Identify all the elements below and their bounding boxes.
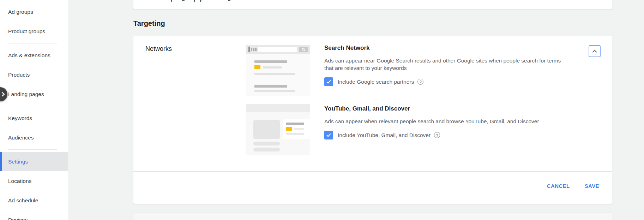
sidebar-item-ad-groups[interactable]: Ad groups: [0, 2, 68, 22]
sidebar-item-ad-schedule[interactable]: Ad schedule: [0, 191, 68, 210]
sidebar-item-landing-pages[interactable]: Landing pages: [0, 84, 68, 104]
sidebar-divider: [8, 106, 57, 106]
mock-text-bar: [254, 73, 295, 75]
mock-text-bar: [254, 85, 287, 88]
checkmark-icon: [326, 132, 332, 138]
cancel-button[interactable]: CANCEL: [542, 179, 575, 192]
save-button[interactable]: SAVE: [580, 179, 604, 192]
sidebar-item-settings[interactable]: Settings: [0, 152, 68, 171]
main-content: Targeting Networks: [68, 0, 644, 220]
mock-ad-badge: [286, 127, 292, 131]
mock-text-bar: [294, 128, 304, 130]
mock-text-pill: [253, 142, 280, 145]
clipped-text-fragment: [194, 0, 195, 2]
search-network-section: Search Network Ads can appear near Googl…: [324, 44, 578, 86]
sidebar-item-keywords[interactable]: Keywords: [0, 108, 68, 128]
youtube-gmail-discover-title: YouTube, Gmail, and Discover: [324, 105, 578, 112]
sidebar-divider: [8, 149, 57, 150]
card-footer: CANCEL SAVE: [542, 179, 604, 192]
clipped-text-fragment: [182, 0, 185, 1]
sidebar-item-label: Audiences: [8, 135, 34, 141]
mock-ad-badge: [254, 65, 260, 69]
youtube-gmail-discover-description: Ads can appear when relevant people sear…: [324, 118, 571, 125]
help-icon[interactable]: ?: [417, 79, 423, 85]
mock-ad-card: [283, 119, 310, 139]
networks-card-label: Networks: [145, 45, 172, 53]
sidebar-nav: Ad groups Product groups Ads & extension…: [0, 0, 68, 220]
sidebar-item-label: Ad schedule: [8, 197, 38, 204]
search-network-illustration: [246, 45, 310, 96]
clipped-text-fragment: [200, 0, 201, 2]
youtube-gmail-discover-illustration: [246, 104, 310, 155]
youtube-gmail-discover-section: YouTube, Gmail, and Discover Ads can app…: [324, 105, 578, 139]
sidebar-divider: [8, 43, 57, 43]
page-title: Targeting: [133, 19, 165, 28]
search-network-description: Ads can appear near Google Search result…: [324, 57, 571, 72]
sidebar-item-label: Ad groups: [8, 9, 33, 15]
sidebar-item-label: Devices: [8, 217, 28, 220]
sidebar-item-label: Landing pages: [8, 91, 44, 97]
search-network-title: Search Network: [324, 44, 578, 52]
clipped-text-fragment: [171, 0, 172, 2]
sidebar-item-label: Keywords: [8, 115, 32, 121]
mock-search-header: [246, 45, 310, 54]
mock-text-bar: [263, 66, 282, 69]
mock-page-header: [246, 104, 310, 112]
sidebar-item-label: Product groups: [8, 28, 45, 35]
clipped-text-fragment: [228, 0, 230, 1]
mock-text-pill: [253, 148, 280, 151]
help-icon[interactable]: ?: [434, 132, 440, 138]
next-settings-card-clipped: [133, 213, 612, 220]
chevron-right-icon: [0, 92, 6, 97]
search-icon: [302, 48, 306, 52]
sidebar-item-label: Ads & extensions: [8, 52, 50, 59]
sidebar-item-audiences[interactable]: Audiences: [0, 128, 68, 147]
checkmark-icon: [326, 79, 332, 85]
chevron-up-icon: [591, 48, 598, 54]
sidebar-item-ads-extensions[interactable]: Ads & extensions: [0, 46, 68, 65]
sidebar-item-label: Locations: [8, 178, 31, 184]
include-youtube-gmail-discover-label[interactable]: Include YouTube, Gmail, and Discover: [338, 132, 431, 138]
youtube-gmail-discover-row: Include YouTube, Gmail, and Discover ?: [324, 131, 578, 139]
sidebar-item-products[interactable]: Products: [0, 65, 68, 84]
include-search-partners-checkbox[interactable]: [324, 77, 333, 86]
search-partners-row: Include Google search partners ?: [324, 77, 578, 86]
sidebar-item-label: Settings: [8, 159, 28, 165]
sidebar-item-label: Products: [8, 72, 30, 78]
mock-search-button: [299, 47, 308, 52]
networks-card: Networks: [133, 36, 612, 204]
mock-search-input: [258, 47, 297, 52]
mock-text-bar: [254, 90, 295, 92]
mock-text-bar: [254, 60, 287, 63]
card-footer-divider: [133, 171, 612, 172]
mock-video-thumbnail: [253, 120, 280, 139]
include-search-partners-label[interactable]: Include Google search partners: [338, 79, 414, 85]
previous-settings-card-clipped: [133, 0, 612, 9]
include-youtube-gmail-discover-checkbox[interactable]: [324, 131, 333, 139]
collapse-section-button[interactable]: [589, 45, 601, 57]
sidebar-item-locations[interactable]: Locations: [0, 171, 68, 191]
mock-text-bar: [286, 133, 304, 135]
mock-logo-icon: [248, 47, 257, 52]
mock-text-bar: [286, 123, 304, 125]
sidebar-item-product-groups[interactable]: Product groups: [0, 22, 68, 41]
sidebar-item-devices[interactable]: Devices: [0, 210, 68, 220]
